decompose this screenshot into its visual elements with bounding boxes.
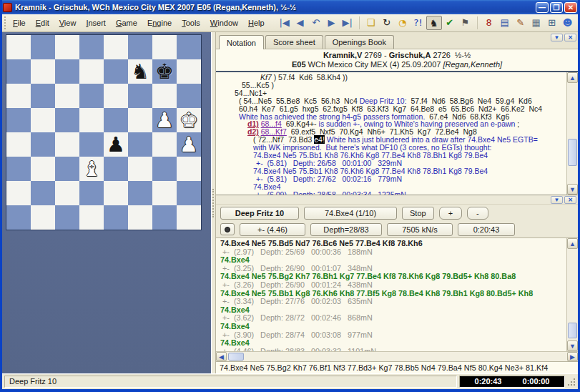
square-h6[interactable] bbox=[177, 84, 201, 108]
square-c4[interactable] bbox=[55, 132, 79, 157]
square-h5[interactable]: ♚ bbox=[177, 108, 201, 132]
toolbar-grip[interactable] bbox=[4, 16, 6, 29]
move-text[interactable]: ; bbox=[515, 119, 519, 128]
engine-pane-collapse-icon[interactable]: ▼ bbox=[551, 196, 563, 204]
square-a8[interactable] bbox=[6, 35, 31, 59]
square-e2[interactable] bbox=[104, 181, 128, 205]
square-g2[interactable] bbox=[152, 181, 177, 205]
square-h2[interactable] bbox=[177, 181, 201, 205]
annotate-icon[interactable]: ✎ bbox=[513, 16, 529, 30]
square-f8[interactable] bbox=[128, 35, 152, 59]
opponent-icon[interactable]: ☻ bbox=[560, 16, 576, 30]
square-f3[interactable] bbox=[128, 157, 152, 181]
square-a4[interactable] bbox=[6, 132, 31, 157]
white-bishop-icon[interactable]: ♝ bbox=[79, 157, 104, 181]
scroll-down-icon[interactable]: ▼ bbox=[567, 340, 578, 351]
engine-variation[interactable]: 74.Bxe4 bbox=[220, 323, 565, 331]
white-pawn-icon[interactable]: ♟ bbox=[152, 108, 177, 132]
square-b7[interactable] bbox=[31, 59, 55, 84]
black-king-icon[interactable]: ♚ bbox=[152, 59, 177, 84]
notation-pane-collapse-icon[interactable]: ▼ bbox=[551, 34, 563, 41]
square-e7[interactable] bbox=[104, 59, 128, 84]
square-h7[interactable] bbox=[177, 59, 201, 84]
square-a1[interactable] bbox=[6, 205, 31, 230]
square-c2[interactable] bbox=[55, 181, 79, 205]
menu-file[interactable]: File bbox=[8, 16, 31, 29]
new-game-folder-icon[interactable]: ❏ bbox=[363, 16, 379, 30]
square-f1[interactable] bbox=[128, 205, 152, 230]
goto-start-icon[interactable]: |◀ bbox=[277, 16, 293, 30]
square-c8[interactable] bbox=[55, 35, 79, 59]
scroll-right-icon[interactable]: ▶ bbox=[567, 352, 578, 361]
menu-insert[interactable]: Insert bbox=[81, 16, 111, 29]
square-a3[interactable] bbox=[6, 157, 31, 181]
square-e8[interactable] bbox=[104, 35, 128, 59]
previous-move-icon[interactable]: ◀ bbox=[293, 16, 308, 30]
square-b4[interactable] bbox=[31, 132, 55, 157]
square-h3[interactable] bbox=[177, 157, 201, 181]
square-c3[interactable] bbox=[55, 157, 79, 181]
scroll-left-icon[interactable]: ◀ bbox=[216, 352, 227, 361]
square-e5[interactable] bbox=[104, 108, 128, 132]
square-a6[interactable] bbox=[6, 84, 31, 108]
square-b2[interactable] bbox=[31, 181, 55, 205]
infinite-analysis-icon[interactable]: ↻ bbox=[379, 16, 395, 30]
menu-tools[interactable]: Tools bbox=[177, 16, 205, 29]
engine-name-button[interactable]: Deep Fritz 10 bbox=[220, 207, 299, 220]
square-e6[interactable] bbox=[104, 84, 128, 108]
white-pawn-icon[interactable]: ♟ bbox=[177, 132, 201, 157]
square-g3[interactable] bbox=[152, 157, 177, 181]
notation-scrollbar[interactable]: ▲ ▼ bbox=[566, 72, 578, 195]
goto-end-icon[interactable]: ▶| bbox=[340, 16, 355, 30]
tools-icon[interactable]: ✱ bbox=[576, 16, 580, 30]
square-f4[interactable] bbox=[128, 132, 152, 157]
engine-pane-close-icon[interactable]: ✕ bbox=[564, 196, 576, 204]
square-c6[interactable] bbox=[55, 84, 79, 108]
square-g5[interactable]: ♟ bbox=[152, 108, 177, 132]
square-f2[interactable] bbox=[128, 181, 152, 205]
move-text[interactable]: ) 57.f4 Kd6 58.Kh4 )) bbox=[274, 73, 348, 82]
resize-grip[interactable] bbox=[566, 376, 576, 388]
square-b6[interactable] bbox=[31, 84, 55, 108]
key-icon[interactable]: 8 bbox=[481, 16, 497, 30]
notation-pane-close-icon[interactable]: ✕ bbox=[564, 34, 576, 41]
square-d8[interactable] bbox=[79, 35, 104, 59]
menu-help[interactable]: Help bbox=[243, 16, 270, 29]
scroll-down-icon[interactable]: ▼ bbox=[567, 184, 578, 195]
maximize-icon[interactable]: ❐ bbox=[550, 2, 563, 13]
engine-hscrollbar[interactable]: ◀ ▶ bbox=[216, 351, 578, 361]
square-b8[interactable] bbox=[31, 35, 55, 59]
square-d1[interactable] bbox=[79, 205, 104, 230]
engine-variation[interactable]: 74.Bxe4 Ne5 75.Bd5 Nd7 76.Bc6 Ne5 77.Be4… bbox=[220, 240, 565, 248]
square-g6[interactable] bbox=[152, 84, 177, 108]
square-f6[interactable] bbox=[128, 84, 152, 108]
hint-icon[interactable]: ?! bbox=[411, 16, 426, 30]
chess-board[interactable]: ♞♚♟♚♟♟♝ bbox=[6, 34, 202, 230]
menu-game[interactable]: Game bbox=[111, 16, 142, 29]
square-c7[interactable] bbox=[55, 59, 79, 84]
square-h8[interactable] bbox=[177, 35, 201, 59]
square-d7[interactable] bbox=[79, 59, 104, 84]
takeback-icon[interactable]: ↶ bbox=[308, 16, 324, 30]
scroll-thumb[interactable] bbox=[568, 139, 577, 166]
next-move-icon[interactable]: ▶ bbox=[324, 16, 340, 30]
decrease-lines-button[interactable]: - bbox=[467, 207, 488, 220]
close-icon[interactable]: ✕ bbox=[564, 2, 577, 13]
accept-icon[interactable]: ✔ bbox=[442, 16, 458, 30]
vertical-splitter[interactable] bbox=[211, 32, 216, 373]
square-c5[interactable] bbox=[55, 108, 79, 132]
tab-score-sheet[interactable]: Score sheet bbox=[265, 35, 323, 49]
square-h1[interactable] bbox=[177, 205, 201, 230]
increase-lines-button[interactable]: + bbox=[439, 207, 462, 220]
board-window-icon[interactable]: ⊞ bbox=[544, 16, 560, 30]
square-f7[interactable]: ♞ bbox=[128, 59, 152, 84]
square-g4[interactable] bbox=[152, 132, 177, 157]
square-f5[interactable] bbox=[128, 108, 152, 132]
minimize-icon[interactable]: — bbox=[536, 2, 549, 13]
white-king-icon[interactable]: ♚ bbox=[177, 108, 201, 132]
square-a2[interactable] bbox=[6, 181, 31, 205]
square-d5[interactable] bbox=[79, 108, 104, 132]
menu-engine[interactable]: Engine bbox=[142, 16, 177, 29]
square-a5[interactable] bbox=[6, 108, 31, 132]
square-b3[interactable] bbox=[31, 157, 55, 181]
